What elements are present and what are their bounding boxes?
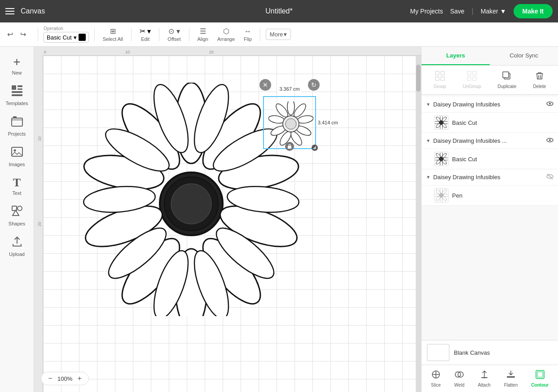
- selection-box[interactable]: ✕ ↻ 3.367 cm 3.414 cm: [263, 96, 316, 149]
- flatten-tool[interactable]: Flatten: [501, 368, 521, 389]
- svg-rect-3: [12, 91, 22, 93]
- selection-width: 3.367 cm: [277, 86, 301, 92]
- sidebar-item-label: Images: [9, 162, 25, 167]
- zoom-level: 100%: [57, 375, 72, 382]
- svg-rect-53: [473, 77, 476, 80]
- sidebar-item-text[interactable]: T Text: [0, 172, 34, 200]
- layer-group-header-1[interactable]: ▼ Daisey Drawing Infusibles: [422, 97, 558, 112]
- svg-rect-45: [288, 146, 291, 149]
- undo-button[interactable]: ↩: [4, 28, 16, 40]
- close-handle[interactable]: ✕: [259, 79, 271, 91]
- sidebar-item-projects[interactable]: Projects: [0, 110, 34, 141]
- visibility-eye-2[interactable]: [546, 137, 554, 145]
- sidebar-item-label: Text: [12, 190, 21, 196]
- svg-rect-5: [12, 118, 22, 126]
- visibility-eye-1[interactable]: [546, 100, 554, 109]
- layer-thumb-2: [434, 152, 448, 166]
- my-projects-link[interactable]: My Projects: [410, 8, 443, 15]
- chevron-down-icon: ▾: [74, 34, 77, 41]
- svg-point-64: [435, 121, 439, 124]
- arrange-icon: ⬡: [223, 27, 229, 35]
- more-button[interactable]: More ▾: [266, 29, 291, 40]
- panel-tabs: Layers Color Sync: [422, 47, 558, 66]
- tab-color-sync[interactable]: Color Sync: [490, 47, 558, 65]
- delete-button[interactable]: Delete: [529, 69, 549, 91]
- offset-action[interactable]: ⊙ ▾ Offset: [165, 26, 183, 43]
- group-label: Group: [434, 84, 446, 89]
- slice-tool[interactable]: Slice: [428, 368, 444, 389]
- svg-point-8: [13, 150, 16, 152]
- sidebar-item-images[interactable]: Images: [0, 141, 34, 172]
- lock-handle[interactable]: [285, 142, 294, 151]
- sidebar-item-label: New: [12, 70, 22, 75]
- duplicate-button[interactable]: Duplicate: [494, 69, 520, 91]
- flatten-label: Flatten: [504, 383, 518, 388]
- ungroup-button[interactable]: UnGroup: [459, 69, 485, 91]
- svg-rect-51: [473, 71, 476, 75]
- right-panel: Layers Color Sync Group UnGroup: [421, 47, 558, 392]
- align-action[interactable]: ☰ Align: [195, 26, 211, 43]
- scrollbar-thumb[interactable]: [416, 65, 421, 92]
- zoom-in-button[interactable]: +: [75, 374, 84, 383]
- main-area: + New Templates Projects Images T Text: [0, 47, 558, 392]
- operation-select[interactable]: Basic Cut ▾: [44, 32, 89, 43]
- blank-canvas-row[interactable]: Blank Canvas: [422, 340, 558, 365]
- flip-icon: ↔: [244, 27, 251, 35]
- expand-arrow-3: ▼: [426, 175, 431, 180]
- layer-item-1[interactable]: Basic Cut: [422, 112, 558, 132]
- tab-layers[interactable]: Layers: [422, 47, 490, 65]
- expand-arrow-2: ▼: [426, 138, 431, 143]
- zoom-out-button[interactable]: −: [46, 374, 55, 383]
- flip-action[interactable]: ↔ Flip: [241, 26, 255, 43]
- canvas-background[interactable]: ✕ ↻ 3.367 cm 3.414 cm: [43, 56, 421, 392]
- scale-handle[interactable]: [312, 145, 318, 151]
- layer-group-header-3[interactable]: ▼ Daisey Drawing Infusibles: [422, 169, 558, 185]
- layer-item-2[interactable]: Basic Cut: [422, 149, 558, 169]
- svg-point-57: [549, 103, 551, 105]
- sidebar-item-new[interactable]: + New: [0, 50, 34, 80]
- layer-item-3[interactable]: Pen: [422, 185, 558, 205]
- select-all-action[interactable]: ⊞ Select All: [100, 26, 126, 43]
- color-swatch[interactable]: [79, 34, 86, 41]
- sidebar-item-upload[interactable]: Upload: [0, 231, 34, 261]
- svg-point-86: [435, 194, 439, 197]
- svg-rect-52: [467, 77, 471, 80]
- layer-thumb-1: [434, 115, 448, 130]
- canvas-area[interactable]: 0 10 20 10 20: [34, 47, 421, 392]
- canvas-scrollbar[interactable]: [416, 56, 421, 392]
- contour-tool[interactable]: Contour: [528, 368, 551, 389]
- redo-button[interactable]: ↪: [18, 28, 29, 40]
- attach-label: Attach: [478, 383, 490, 388]
- maker-dropdown[interactable]: Maker ▼: [481, 8, 506, 15]
- contour-label: Contour: [531, 383, 549, 388]
- contour-icon: [535, 370, 545, 382]
- layer-group-header-2[interactable]: ▼ Daisey Drawing Infusibles ...: [422, 133, 558, 149]
- sidebar-item-shapes[interactable]: Shapes: [0, 200, 34, 231]
- layer-group-title-2: Daisey Drawing Infusibles ...: [433, 137, 546, 144]
- flatten-icon: [506, 370, 516, 382]
- svg-rect-2: [18, 88, 22, 90]
- save-link[interactable]: Save: [450, 8, 465, 15]
- arrange-action[interactable]: ⬡ Arrange: [215, 26, 237, 43]
- separator-1: [38, 28, 38, 41]
- weld-tool[interactable]: Weld: [452, 368, 467, 389]
- layer-group-1: ▼ Daisey Drawing Infusibles: [422, 97, 558, 133]
- svg-point-33: [171, 184, 211, 224]
- make-it-button[interactable]: Make It: [514, 4, 553, 18]
- zoom-controls: − 100% +: [41, 372, 89, 385]
- menu-icon[interactable]: [5, 8, 14, 14]
- sidebar-item-label: Upload: [9, 251, 25, 257]
- rotate-handle[interactable]: ↻: [308, 79, 320, 91]
- operation-label: Operation: [44, 26, 89, 31]
- visibility-eye-3[interactable]: [546, 173, 554, 181]
- edit-icon: ✂ ▾: [140, 27, 151, 35]
- edit-action[interactable]: ✂ ▾ Edit: [137, 26, 154, 43]
- offset-label: Offset: [167, 36, 180, 42]
- chevron-down-icon: ▼: [500, 8, 506, 15]
- slice-label: Slice: [431, 383, 441, 388]
- sidebar-item-templates[interactable]: Templates: [0, 80, 34, 110]
- group-button[interactable]: Group: [430, 69, 450, 91]
- attach-tool[interactable]: Attach: [475, 368, 493, 389]
- bottom-bar: Blank Canvas Slice Weld: [422, 340, 558, 392]
- sidebar: + New Templates Projects Images T Text: [0, 47, 34, 392]
